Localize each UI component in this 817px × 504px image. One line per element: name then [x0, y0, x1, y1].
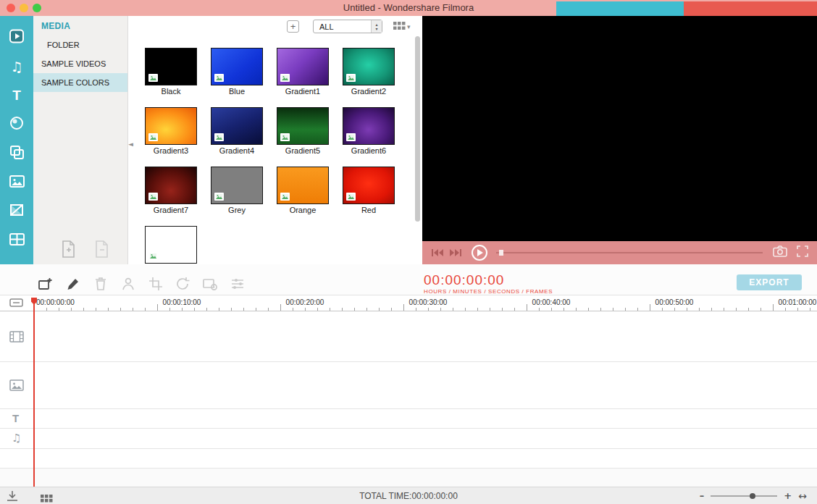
extra-track-row[interactable] [0, 449, 817, 469]
import-file-icon[interactable] [61, 240, 77, 260]
panel-item-sample-colors[interactable]: SAMPLE COLORS [33, 73, 127, 92]
sample-tile-gradient2[interactable] [343, 48, 395, 85]
maximize-button[interactable] [33, 4, 41, 12]
delete-button[interactable] [93, 276, 109, 292]
fullscreen-icon[interactable] [797, 245, 808, 260]
preview-panel [422, 16, 817, 264]
ruler-tick [502, 308, 503, 311]
image-badge-icon [280, 193, 290, 201]
ruler-tick [354, 308, 355, 311]
record-voiceover-button[interactable] [65, 276, 81, 292]
sidebar-item-audio[interactable]: ♫ [0, 52, 33, 81]
zoom-in-button[interactable]: + [784, 490, 792, 501]
pip-track-row[interactable] [0, 362, 817, 409]
sample-cell: Gradient4 [211, 107, 263, 155]
sample-tile-gradient3[interactable] [145, 107, 197, 145]
skip-back-button[interactable] [431, 248, 443, 257]
ruler-tick [551, 308, 552, 311]
image-badge-icon [148, 74, 158, 82]
ruler-tick [785, 308, 786, 311]
ruler-label: 00:00:00:00 [36, 298, 75, 306]
seek-thumb[interactable] [499, 250, 503, 256]
sample-tile-red[interactable] [343, 167, 395, 204]
track-manager-icon[interactable] [9, 298, 23, 311]
titlebar-red-strip [684, 1, 817, 16]
sample-tile-black[interactable] [145, 48, 197, 85]
sample-tile-gradient4[interactable] [211, 107, 263, 145]
panel-item-folder[interactable]: FOLDER [33, 35, 127, 54]
ruler-tick [108, 308, 109, 311]
snapshot-camera-icon[interactable] [773, 245, 787, 260]
image-badge-icon [148, 252, 158, 260]
minimize-button[interactable] [20, 4, 28, 12]
image-badge-icon [346, 74, 356, 82]
sample-tile-gradient7[interactable] [145, 167, 197, 204]
sidebar-item-text[interactable]: T [0, 81, 33, 110]
timeline-tracks[interactable]: T ♫ [0, 311, 817, 487]
sample-label: Gradient3 [145, 146, 197, 155]
image-badge-icon [346, 193, 356, 201]
advanced-adjust-button[interactable] [230, 276, 246, 292]
ruler-tick [330, 308, 330, 311]
ruler-label: 00:00:50:00 [655, 298, 694, 306]
sample-cell: Grey [211, 167, 263, 214]
ruler-tick [687, 308, 687, 311]
video-settings-button[interactable] [202, 276, 218, 292]
sample-tile-blue[interactable] [211, 48, 263, 85]
sample-tile-partial[interactable] [145, 226, 197, 264]
sample-tile-gradient5[interactable] [277, 107, 329, 145]
sample-tile-orange[interactable] [277, 167, 329, 204]
sidebar-item-overlays[interactable] [0, 139, 33, 168]
timecode-value: 00:00:00:00 [424, 274, 553, 286]
ruler-tick [133, 308, 133, 311]
add-media-button[interactable]: + [287, 20, 299, 33]
fit-to-timeline-icon[interactable]: ↔ [798, 490, 807, 502]
sample-cell [145, 226, 197, 264]
zoom-out-button[interactable]: – [700, 490, 705, 501]
sidebar-item-transitions[interactable] [0, 197, 33, 226]
ruler-tick [674, 308, 675, 311]
sidebar-item-effects[interactable] [0, 110, 33, 139]
panel-collapse-handle[interactable]: ◄ [128, 130, 135, 159]
timecode-display: 00:00:00:00 HOURS / MINUTES / SECONDS / … [424, 274, 553, 295]
sample-label: Blue [211, 87, 263, 96]
filter-dropdown[interactable]: ALL ▴ ▾ [313, 20, 382, 33]
playhead-line[interactable] [33, 304, 35, 487]
sample-label: Gradient2 [343, 87, 395, 96]
sample-tile-grey[interactable] [211, 167, 263, 204]
zoom-slider[interactable] [711, 495, 777, 497]
zoom-slider-thumb[interactable] [750, 493, 755, 499]
ruler-tick [366, 308, 367, 311]
rotate-button[interactable] [175, 276, 190, 292]
crop-button[interactable] [148, 276, 164, 292]
sidebar-item-elements[interactable] [0, 168, 33, 197]
skip-forward-button[interactable] [450, 248, 462, 257]
play-button[interactable] [472, 245, 487, 261]
split-screen-icon [9, 231, 25, 251]
library-scrollbar[interactable] [415, 36, 420, 222]
ruler-tick [342, 308, 343, 311]
ruler-tick [465, 308, 466, 311]
ruler-tick [416, 308, 416, 311]
sample-cell: Black [145, 48, 197, 96]
panel-item-sample-videos[interactable]: SAMPLE VIDEOS [33, 54, 127, 73]
sample-tile-gradient6[interactable] [343, 107, 395, 145]
timeline-ruler[interactable]: 00:00:00:0000:00:10:0000:00:20:0000:00:3… [0, 295, 817, 311]
close-button[interactable] [7, 4, 15, 12]
view-mode-button[interactable]: ▾ [393, 22, 411, 32]
seek-bar[interactable] [496, 252, 763, 253]
remove-file-icon[interactable] [94, 240, 110, 260]
ruler-tick [797, 308, 798, 311]
ruler-tick [317, 308, 318, 311]
text-track-row[interactable] [0, 409, 817, 429]
video-track-row[interactable] [0, 311, 817, 362]
power-tool-button[interactable] [120, 276, 136, 292]
sample-label: Black [145, 87, 197, 96]
sample-tile-gradient1[interactable] [277, 48, 329, 85]
audio-track-row[interactable] [0, 429, 817, 449]
export-button[interactable]: EXPORT [737, 274, 802, 290]
sidebar-item-split-screen[interactable] [0, 226, 33, 255]
sample-grid: BlackBlueGradient1Gradient2Gradient3Grad… [145, 48, 395, 264]
sidebar-item-media[interactable] [0, 23, 33, 52]
add-to-timeline-button[interactable] [38, 276, 54, 292]
